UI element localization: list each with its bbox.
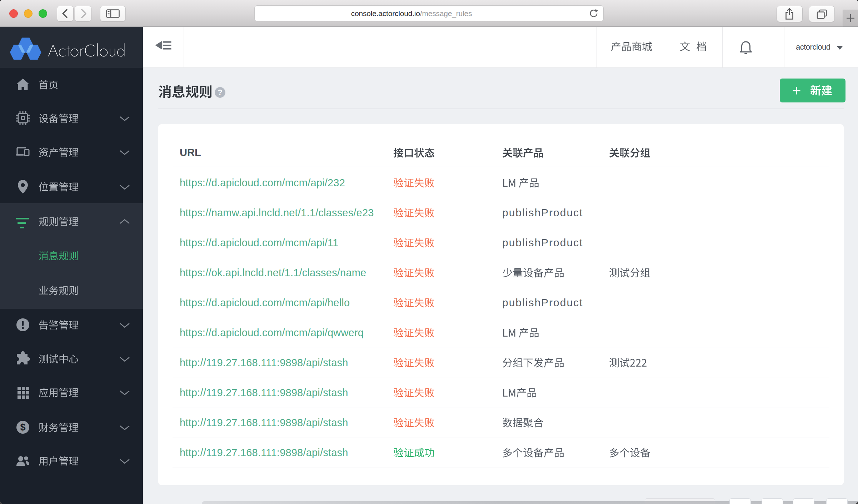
svg-text:$: $ — [20, 422, 25, 433]
